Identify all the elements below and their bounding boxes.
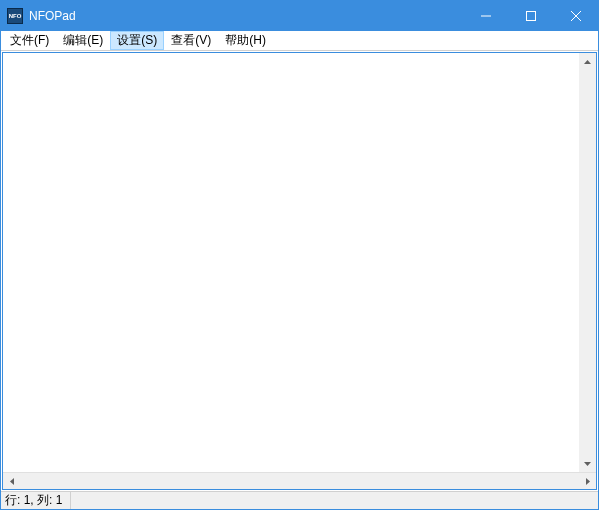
text-editor[interactable] bbox=[3, 53, 579, 472]
scroll-left-arrow-icon[interactable] bbox=[3, 473, 20, 490]
minimize-icon bbox=[481, 11, 491, 21]
menu-view[interactable]: 查看(V) bbox=[164, 31, 218, 50]
menu-settings[interactable]: 设置(S) bbox=[110, 31, 164, 50]
maximize-button[interactable] bbox=[508, 1, 553, 31]
menu-edit[interactable]: 编辑(E) bbox=[56, 31, 110, 50]
vertical-scrollbar[interactable] bbox=[579, 53, 596, 472]
menu-file[interactable]: 文件(F) bbox=[3, 31, 56, 50]
app-icon-text: NFO bbox=[9, 13, 22, 19]
window-controls bbox=[463, 1, 598, 31]
maximize-icon bbox=[526, 11, 536, 21]
cursor-position: 行: 1, 列: 1 bbox=[5, 492, 71, 509]
svg-marker-5 bbox=[584, 462, 591, 466]
menubar: 文件(F) 编辑(E) 设置(S) 查看(V) 帮助(H) bbox=[1, 31, 598, 51]
minimize-button[interactable] bbox=[463, 1, 508, 31]
titlebar[interactable]: NFO NFOPad bbox=[1, 1, 598, 31]
scroll-down-arrow-icon[interactable] bbox=[579, 455, 596, 472]
scroll-right-arrow-icon[interactable] bbox=[579, 473, 596, 490]
close-button[interactable] bbox=[553, 1, 598, 31]
editor-container bbox=[2, 52, 597, 490]
svg-marker-7 bbox=[586, 478, 590, 485]
app-icon: NFO bbox=[7, 8, 23, 24]
scroll-up-arrow-icon[interactable] bbox=[579, 53, 596, 70]
svg-marker-6 bbox=[10, 478, 14, 485]
statusbar: 行: 1, 列: 1 bbox=[1, 491, 598, 509]
application-window: NFO NFOPad 文件(F) 编辑(E) 设置(S) 查看(V) 帮助(H) bbox=[0, 0, 599, 510]
menu-help[interactable]: 帮助(H) bbox=[218, 31, 273, 50]
editor-area bbox=[3, 53, 596, 472]
svg-rect-1 bbox=[526, 12, 535, 21]
close-icon bbox=[571, 11, 581, 21]
svg-marker-4 bbox=[584, 60, 591, 64]
horizontal-scrollbar[interactable] bbox=[3, 472, 596, 489]
window-title: NFOPad bbox=[29, 9, 463, 23]
